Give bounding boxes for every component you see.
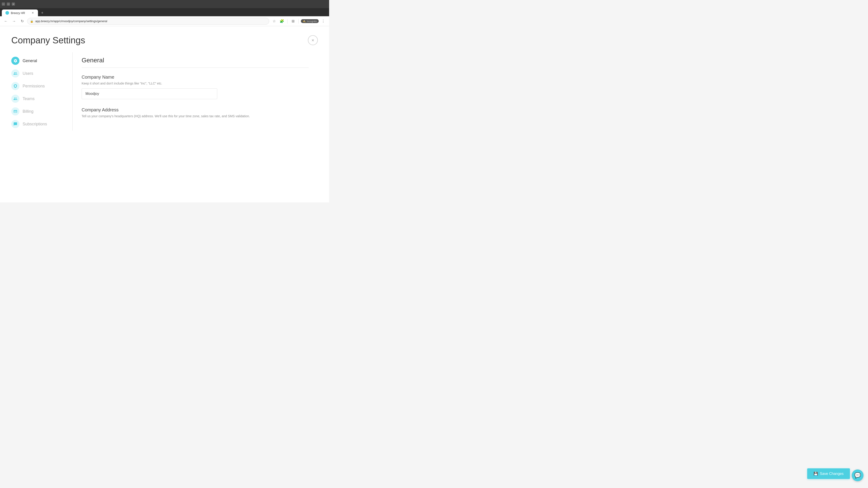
sidebar-item-general[interactable]: General <box>11 55 68 67</box>
sidebar-item-billing[interactable]: Billing <box>11 105 68 118</box>
close-settings-button[interactable]: × <box>308 35 318 45</box>
back-button[interactable]: ← <box>3 18 9 24</box>
settings-sidebar: General Users Permissions <box>11 52 68 131</box>
extensions-icon[interactable]: 🧩 <box>279 18 285 24</box>
browser-titlebar: ─ □ ✕ <box>0 0 329 8</box>
incognito-label: Incognito <box>307 20 317 23</box>
url-text: app.breezy.hr/app/c/moodjoy/company/sett… <box>35 20 107 23</box>
permissions-icon <box>11 82 20 90</box>
users-label: Users <box>23 71 33 76</box>
company-name-label: Company Name <box>82 74 309 80</box>
tab-label: Breezy HR <box>11 11 29 15</box>
section-title: General <box>82 57 309 68</box>
billing-label: Billing <box>23 109 33 114</box>
sidebar-item-users[interactable]: Users <box>11 67 68 80</box>
users-icon <box>11 69 20 77</box>
address-bar[interactable]: 🔒 app.breezy.hr/app/c/moodjoy/company/se… <box>27 18 269 25</box>
teams-icon <box>11 95 20 103</box>
bookmark-icon[interactable]: ☆ <box>271 18 277 24</box>
general-label: General <box>23 59 37 63</box>
browser-chrome: ─ □ ✕ Breezy HR ✕ + ← → ↻ 🔒 app.breezy.h… <box>0 0 329 26</box>
tabs-bar: Breezy HR ✕ + <box>0 8 329 16</box>
tab-favicon <box>5 11 9 15</box>
lock-icon: 🔒 <box>30 20 33 23</box>
company-address-hint: Tell us your company's headquarters (HQ)… <box>82 114 309 118</box>
sidebar-item-subscriptions[interactable]: Subscriptions <box>11 118 68 130</box>
forward-button[interactable]: → <box>11 18 17 24</box>
sidebar-item-permissions[interactable]: Permissions <box>11 80 68 92</box>
sidebar-toggle-icon[interactable]: ⊞ <box>290 18 296 24</box>
sidebar-item-teams[interactable]: Teams <box>11 92 68 105</box>
company-name-input[interactable] <box>82 88 217 99</box>
address-bar-row: ← → ↻ 🔒 app.breezy.hr/app/c/moodjoy/comp… <box>0 16 329 26</box>
tab-close-icon[interactable]: ✕ <box>31 11 34 15</box>
company-address-group: Company Address Tell us your company's h… <box>82 107 309 118</box>
permissions-label: Permissions <box>23 84 45 89</box>
minimize-button[interactable]: ─ <box>2 2 5 6</box>
menu-icon[interactable]: ⋮ <box>320 18 327 24</box>
close-window-button[interactable]: ✕ <box>12 2 15 6</box>
company-address-label: Company Address <box>82 107 309 112</box>
incognito-badge: 🕵 Incognito <box>301 19 319 23</box>
billing-icon <box>11 107 20 116</box>
incognito-icon: 🕵 <box>303 20 306 23</box>
page-header: Company Settings × <box>0 26 329 52</box>
window-controls: ─ □ ✕ <box>2 2 15 6</box>
subscriptions-icon <box>11 120 20 128</box>
divider2 <box>298 19 299 24</box>
general-icon <box>11 57 20 65</box>
main-content-area: General Company Name Keep it short and d… <box>72 52 318 131</box>
subscriptions-label: Subscriptions <box>23 122 47 127</box>
reload-button[interactable]: ↻ <box>19 18 25 24</box>
page-content: Company Settings × General Use <box>0 26 329 202</box>
company-name-group: Company Name Keep it short and don't inc… <box>82 74 309 99</box>
toolbar-right: ☆ 🧩 ⊞ 🕵 Incognito ⋮ <box>271 18 327 24</box>
page-title: Company Settings <box>11 35 85 45</box>
settings-layout: General Users Permissions <box>0 52 329 131</box>
teams-label: Teams <box>23 96 35 101</box>
maximize-button[interactable]: □ <box>7 2 10 6</box>
new-tab-button[interactable]: + <box>39 9 46 16</box>
active-tab[interactable]: Breezy HR ✕ <box>2 9 38 16</box>
company-name-hint: Keep it short and don't include things l… <box>82 82 309 85</box>
